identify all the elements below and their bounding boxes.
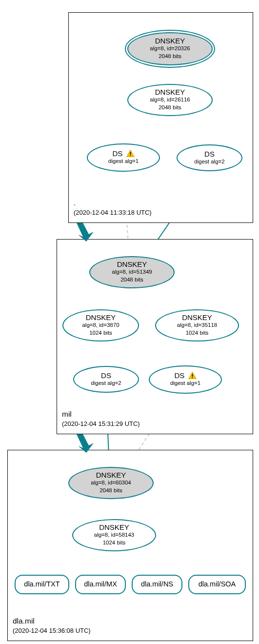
zone-dla-label: dla.mil (2020-12-04 15:36:08 UTC) [13, 617, 91, 636]
zone-mil: mil (2020-12-04 15:31:29 UTC) [57, 239, 253, 434]
zone-root-ts: (2020-12-04 11:33:18 UTC) [74, 209, 152, 216]
zone-dla-ts: (2020-12-04 15:36:08 UTC) [13, 627, 91, 634]
zone-mil-ts: (2020-12-04 15:31:29 UTC) [62, 420, 140, 427]
zone-root-label: . (2020-12-04 11:33:18 UTC) [74, 199, 152, 218]
delegation-arrow-root-to-mil [73, 222, 97, 242]
zone-mil-label: mil (2020-12-04 15:31:29 UTC) [62, 410, 140, 429]
zone-root-title: . [74, 199, 76, 207]
zone-root: . (2020-12-04 11:33:18 UTC) [68, 12, 253, 223]
zone-dla-title: dla.mil [13, 617, 35, 625]
zone-dla: dla.mil (2020-12-04 15:36:08 UTC) [7, 450, 253, 641]
zone-mil-title: mil [62, 410, 72, 418]
